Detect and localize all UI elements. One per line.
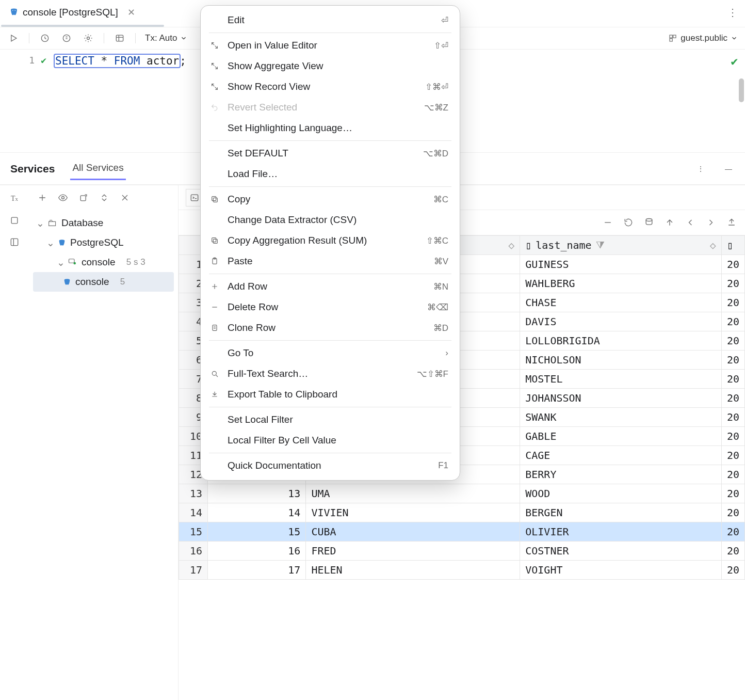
table-row[interactable]: 1414VIVIENBERGEN20 xyxy=(179,503,745,522)
export-icon[interactable] xyxy=(725,216,738,229)
tree-console-session[interactable]: ⌄console 5 s 3 xyxy=(33,252,174,272)
table-row[interactable]: 1313UMAWOOD20 xyxy=(179,484,745,503)
cell-actor-id[interactable]: 14 xyxy=(208,503,306,522)
cell-last-update[interactable]: 20 xyxy=(721,427,744,446)
menu-item[interactable]: Change Data Extractor (CSV) xyxy=(204,210,457,230)
cell-first-name[interactable]: HELEN xyxy=(306,561,520,580)
cell-last-update[interactable]: 20 xyxy=(721,465,744,484)
up-icon[interactable] xyxy=(663,216,676,229)
cell-last-update[interactable]: 20 xyxy=(721,503,744,522)
menu-item[interactable]: Copy Aggregation Result (SUM)⇧⌘C xyxy=(204,230,457,251)
menu-item[interactable]: Show Aggregate View xyxy=(204,56,457,76)
cell-first-name[interactable]: UMA xyxy=(306,484,520,503)
editor-scrollbar[interactable] xyxy=(739,78,744,102)
cell-actor-id[interactable]: 13 xyxy=(208,484,306,503)
menu-item[interactable]: Edit⏎ xyxy=(204,10,457,30)
cell-last-name[interactable]: VOIGHT xyxy=(520,561,722,580)
cell-first-name[interactable]: CUBA xyxy=(306,522,520,542)
menu-item[interactable]: Copy⌘C xyxy=(204,189,457,210)
show-icon[interactable] xyxy=(57,192,69,204)
cell-first-name[interactable]: VIVIEN xyxy=(306,503,520,522)
cell-last-name[interactable]: CAGE xyxy=(520,446,722,465)
cell-last-name[interactable]: OLIVIER xyxy=(520,522,722,542)
sort-icon[interactable]: ◇ xyxy=(508,239,514,251)
tree-database[interactable]: ⌄🗀Database xyxy=(33,213,174,233)
context-menu[interactable]: Edit⏎Open in Value Editor⇧⏎Show Aggregat… xyxy=(200,5,460,481)
cell-last-update[interactable]: 20 xyxy=(721,522,744,542)
table-row[interactable]: 1717HELENVOIGHT20 xyxy=(179,561,745,580)
cell-last-name[interactable]: SWANK xyxy=(520,408,722,427)
cell-last-update[interactable]: 20 xyxy=(721,274,744,293)
cell-last-update[interactable]: 20 xyxy=(721,561,744,580)
col-last-update[interactable]: ▯ xyxy=(721,236,744,255)
cell-last-name[interactable]: JOHANSSON xyxy=(520,389,722,408)
services-minimize-icon[interactable]: — xyxy=(722,163,735,175)
cell-last-name[interactable]: COSTNER xyxy=(520,542,722,561)
row-number[interactable]: 13 xyxy=(179,484,208,503)
cell-last-name[interactable]: CHASE xyxy=(520,293,722,312)
table-row[interactable]: 1616FREDCOSTNER20 xyxy=(179,542,745,561)
table-row[interactable]: 1515CUBAOLIVIER20 xyxy=(179,522,745,542)
tree-console-result[interactable]: console 5 xyxy=(33,272,174,292)
cell-last-name[interactable]: WAHLBERG xyxy=(520,274,722,293)
row-number[interactable]: 15 xyxy=(179,522,208,542)
settings-icon[interactable] xyxy=(82,32,94,44)
add-icon[interactable] xyxy=(36,192,48,204)
file-tab[interactable]: console [PostgreSQL] ✕ xyxy=(9,7,135,18)
cell-last-update[interactable]: 20 xyxy=(721,331,744,351)
menu-item[interactable]: Paste⌘V xyxy=(204,251,457,272)
menu-item[interactable]: Set Local Filter xyxy=(204,409,457,430)
prev-page-icon[interactable] xyxy=(684,216,697,229)
menu-item[interactable]: Set DEFAULT⌥⌘D xyxy=(204,143,457,164)
menu-item[interactable]: Show Record View⇧⌘⏎ xyxy=(204,76,457,97)
row-number[interactable]: 17 xyxy=(179,561,208,580)
cell-last-name[interactable]: DAVIS xyxy=(520,312,722,331)
layout-icon[interactable] xyxy=(8,236,21,248)
playground-icon[interactable] xyxy=(60,32,73,44)
sort-icon[interactable]: ◇ xyxy=(710,239,716,251)
cell-actor-id[interactable]: 17 xyxy=(208,561,306,580)
row-number[interactable]: 16 xyxy=(179,542,208,561)
menu-item[interactable]: Go To› xyxy=(204,343,457,363)
cell-last-update[interactable]: 20 xyxy=(721,408,744,427)
cell-first-name[interactable]: FRED xyxy=(306,542,520,561)
row-number[interactable]: 14 xyxy=(179,503,208,522)
services-tab-all[interactable]: All Services xyxy=(70,157,125,180)
menu-item[interactable]: Open in Value Editor⇧⏎ xyxy=(204,35,457,56)
cell-last-name[interactable]: WOOD xyxy=(520,484,722,503)
cell-last-update[interactable]: 20 xyxy=(721,312,744,331)
cell-last-update[interactable]: 20 xyxy=(721,542,744,561)
menu-item[interactable]: Clone Row⌘D xyxy=(204,317,457,338)
cell-last-update[interactable]: 20 xyxy=(721,446,744,465)
cell-last-name[interactable]: BERGEN xyxy=(520,503,722,522)
tx-mode-dropdown[interactable]: Tx: Auto xyxy=(145,33,187,43)
minus-icon[interactable] xyxy=(602,216,614,229)
menu-item[interactable]: Delete Row⌘⌫ xyxy=(204,297,457,317)
cell-last-update[interactable]: 20 xyxy=(721,255,744,274)
menu-item[interactable]: Load File… xyxy=(204,164,457,184)
close-tab-icon[interactable]: ✕ xyxy=(127,7,135,18)
cell-last-name[interactable]: MOSTEL xyxy=(520,370,722,389)
cell-last-name[interactable]: NICHOLSON xyxy=(520,351,722,370)
close-session-icon[interactable] xyxy=(119,192,131,204)
open-new-icon[interactable] xyxy=(77,192,90,204)
cell-last-update[interactable]: 20 xyxy=(721,389,744,408)
commit-icon[interactable] xyxy=(643,216,655,229)
schema-dropdown[interactable]: guest.public xyxy=(668,33,738,43)
expand-collapse-icon[interactable] xyxy=(98,192,110,204)
next-page-icon[interactable] xyxy=(705,216,717,229)
services-more-icon[interactable]: ⋮ xyxy=(694,163,707,175)
menu-item[interactable]: Set Highlighting Language… xyxy=(204,118,457,138)
tree-postgresql[interactable]: ⌄PostgreSQL xyxy=(33,233,174,252)
cell-last-update[interactable]: 20 xyxy=(721,351,744,370)
more-icon[interactable]: ⋮ xyxy=(726,6,739,19)
cell-last-name[interactable]: GUINESS xyxy=(520,255,722,274)
menu-item[interactable]: Full-Text Search…⌥⇧⌘F xyxy=(204,363,457,384)
select-all-icon[interactable] xyxy=(8,214,21,227)
cell-last-update[interactable]: 20 xyxy=(721,370,744,389)
cell-last-update[interactable]: 20 xyxy=(721,484,744,503)
filter-icon[interactable]: ⧩ xyxy=(596,239,605,251)
inspection-ok-icon[interactable]: ✔ xyxy=(730,56,739,68)
cell-actor-id[interactable]: 15 xyxy=(208,522,306,542)
reload-icon[interactable] xyxy=(622,216,635,229)
